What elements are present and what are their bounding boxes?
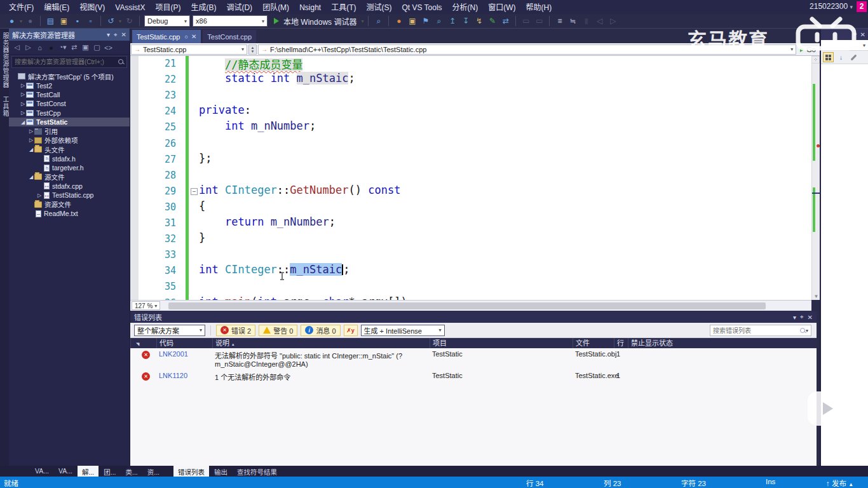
code-line-31[interactable]: 31 return m_nNumber; <box>130 215 811 231</box>
pin-icon[interactable]: ⌖ <box>114 31 118 39</box>
tree-item-stdafxcpp[interactable]: stdafx.cpp <box>9 182 130 191</box>
panel-bottom-tab-2[interactable]: 查找符号结果 <box>233 466 281 477</box>
editor-vertical-scrollbar[interactable]: ▲ ▼ <box>811 56 820 300</box>
side-bottom-tab-0[interactable]: VA... <box>31 466 53 477</box>
menu-item-vassistx[interactable]: VAssistX <box>110 2 150 13</box>
platform-combo[interactable]: x86▾ <box>193 15 268 27</box>
chevron-down-icon[interactable]: ▾ <box>793 314 796 321</box>
code-line-32[interactable]: 32} <box>130 231 811 247</box>
va-outline-icon[interactable]: ✎ <box>487 16 498 27</box>
pin-icon[interactable]: ○ <box>184 34 187 40</box>
expanded-icon[interactable]: ◢ <box>28 174 34 180</box>
find-icon[interactable]: ⌕ <box>373 16 384 27</box>
tree-item-teststaticcpp[interactable]: ▷TestStatic.cpp <box>9 191 130 200</box>
alphabetical-sort-icon[interactable]: ↓ <box>836 52 846 62</box>
menu-item-qtvstools[interactable]: Qt VS Tools <box>397 2 447 13</box>
fold-collapse-icon[interactable]: − <box>191 188 198 195</box>
code-line-22[interactable]: 22 static int m_nStaic; <box>130 72 811 88</box>
side-bottom-tab-2[interactable]: 解... <box>78 466 98 477</box>
code-line-34[interactable]: 34int CInteger::m_nStaic; <box>130 263 811 279</box>
menu-item-f[interactable]: 文件(F) <box>4 2 39 13</box>
column-header-4[interactable]: 行 <box>614 338 624 348</box>
tree-item-[interactable]: 资源文件 <box>9 200 130 208</box>
sync-icon[interactable]: ⇄ <box>69 43 79 51</box>
code-line-27[interactable]: 27}; <box>130 152 811 168</box>
horizontal-scrollbar[interactable] <box>168 302 766 309</box>
side-bottom-tab-5[interactable]: 资... <box>143 466 164 477</box>
goto-prev-icon[interactable]: ↥ <box>447 16 458 27</box>
error-search-input[interactable] <box>713 327 800 334</box>
menu-item-s[interactable]: 测试(S) <box>361 2 397 13</box>
column-header-1[interactable]: 说明▴ <box>212 338 234 348</box>
collapsed-icon[interactable]: ▷ <box>20 101 26 107</box>
va-nav-icon[interactable]: ⇄ <box>500 16 511 27</box>
add-item-icon[interactable]: ▣ <box>58 16 69 27</box>
file-path-combo[interactable]: → F:\shellmad\C++\TestCpp\TestStatic\Tes… <box>258 44 796 55</box>
error-scope-combo[interactable]: 整个解决方案▾ <box>134 325 205 336</box>
menu-item-d[interactable]: 调试(D) <box>221 2 257 13</box>
code-line-24[interactable]: 24private: <box>130 104 811 119</box>
pin-icon[interactable]: ⌖ <box>853 30 857 38</box>
account-menu[interactable]: 215022300 ▾ <box>810 2 853 11</box>
build-filter-combo[interactable]: 生成 + IntelliSense▾ <box>361 325 445 336</box>
side-bottom-tab-3[interactable]: 团... <box>99 466 120 477</box>
undo-dropdown-icon[interactable]: ▾ <box>119 18 121 24</box>
tree-item-[interactable]: ▷外部依赖项 <box>9 136 130 145</box>
close-icon[interactable]: ✕ <box>860 31 865 38</box>
menu-item-w[interactable]: 窗口(W) <box>483 2 520 13</box>
splitter-grip[interactable]: ⁘ <box>811 56 820 64</box>
scope-spinner[interactable]: ▲▼ <box>248 44 257 55</box>
code-line-36[interactable]: 36−int main(int argc, char* argv[]) <box>130 295 811 301</box>
outdent-icon[interactable]: ≒ <box>567 16 578 27</box>
tree-item-testcpp5[interactable]: 解决方案'TestCpp' (5 个项目) <box>9 72 130 81</box>
chevron-down-icon[interactable]: ▾ <box>107 31 110 38</box>
start-debug-icon[interactable] <box>274 18 279 24</box>
code-line-26[interactable]: 26 <box>130 136 811 152</box>
pin-icon[interactable]: ⌖ <box>800 313 804 321</box>
code-line-29[interactable]: 29−int CInteger::GetNumber() const <box>130 184 811 200</box>
code-line-35[interactable]: 35 <box>130 279 811 295</box>
document-tab-teststaticcpp[interactable]: TestStatic.cpp○✕ <box>132 30 201 43</box>
preview-icon[interactable]: ▢ <box>92 43 102 51</box>
go-button[interactable]: Go <box>800 46 816 53</box>
new-file-icon[interactable]: ▤ <box>45 16 56 27</box>
code-line-23[interactable]: 23 <box>130 88 811 104</box>
messages-toggle[interactable]: i 消息 0 <box>301 325 340 336</box>
collapsed-icon[interactable]: ▷ <box>20 92 26 97</box>
collapse-all-icon[interactable]: ● <box>46 44 56 51</box>
collapsed-icon[interactable]: ▷ <box>20 83 26 88</box>
categorized-icon[interactable] <box>823 52 834 62</box>
menu-item-p[interactable]: 项目(P) <box>150 2 186 13</box>
code-editor[interactable]: 21 //静态成员变量22 static int m_nStaic;2324pr… <box>130 56 811 300</box>
properties-titlebar[interactable]: ⌖ ✕ <box>821 29 868 40</box>
close-icon[interactable]: ✕ <box>808 314 813 321</box>
show-all-files-icon[interactable]: <> <box>104 44 113 51</box>
debugger-dropdown-icon[interactable]: ▾ <box>361 18 363 24</box>
code-line-33[interactable]: 33 <box>130 247 811 263</box>
errors-toggle[interactable]: ✕ 错误 2 <box>216 325 255 336</box>
menu-item-v[interactable]: 视图(V) <box>74 2 110 13</box>
zoom-level-combo[interactable]: 127 % ▾ <box>132 301 160 310</box>
expanded-icon[interactable]: ◢ <box>20 119 26 125</box>
side-bottom-tab-1[interactable]: VA... <box>54 466 77 477</box>
menu-item-m[interactable]: 团队(M) <box>257 2 294 13</box>
side-bottom-tab-4[interactable]: 类... <box>121 466 142 477</box>
tree-item-testconst[interactable]: ▷TestConst <box>9 99 130 108</box>
undo-icon[interactable]: ↺ <box>105 16 116 27</box>
column-header-5[interactable]: 禁止显示状态 <box>628 338 673 348</box>
menu-item-e[interactable]: 编辑(E) <box>39 2 74 13</box>
tree-item-stdafxh[interactable]: stdafx.h <box>9 154 130 163</box>
forward-icon[interactable]: ▷ <box>24 43 33 51</box>
column-header-2[interactable]: 项目 <box>430 338 447 348</box>
scope-combo[interactable]: → TestStatic.cpp ▾ <box>131 44 247 55</box>
solution-search-box[interactable] <box>11 56 127 68</box>
navigate-forward-icon[interactable]: ● <box>25 16 36 27</box>
tree-item-test2[interactable]: ▷Test2 <box>9 81 130 90</box>
document-tab-testconstcpp[interactable]: TestConst.cpp <box>203 30 256 43</box>
code-line-30[interactable]: 30{ <box>130 200 811 215</box>
warnings-toggle[interactable]: 警告 0 <box>259 325 297 336</box>
notification-badge[interactable]: 2 <box>857 1 867 12</box>
menu-item-n[interactable]: 分析(N) <box>447 2 484 13</box>
tree-item-readmetxt[interactable]: ReadMe.txt <box>9 209 130 218</box>
tree-item-targetverh[interactable]: targetver.h <box>9 163 130 172</box>
